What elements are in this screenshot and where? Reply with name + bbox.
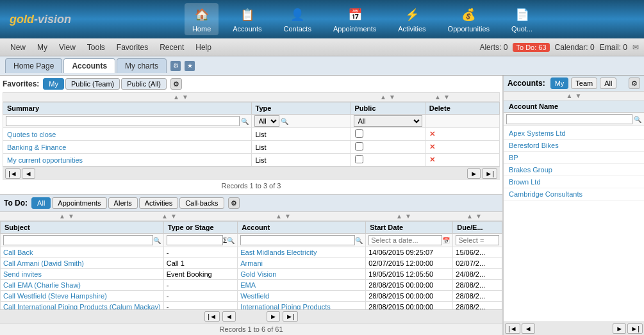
todo-due-filter[interactable] bbox=[456, 235, 499, 245]
todo-row-6-account[interactable]: International Piping Products bbox=[240, 303, 331, 309]
acc-item-6[interactable]: Cambridge Consultants bbox=[504, 188, 644, 200]
todo-account-filter[interactable] bbox=[240, 235, 355, 245]
fav-col-down-arrow[interactable]: ▼ bbox=[182, 94, 188, 101]
todo-row-3-account[interactable]: Gold Vision bbox=[240, 270, 276, 278]
tab-options-icon[interactable]: ★ bbox=[185, 61, 195, 71]
todo-due-down[interactable]: ▼ bbox=[475, 213, 482, 220]
fav-prev-btn[interactable]: ◄ bbox=[22, 168, 35, 179]
todo-row-6-subject[interactable]: Call International Piping Products (Calu… bbox=[3, 303, 161, 309]
todo-date-up[interactable]: ▲ bbox=[396, 213, 402, 220]
acc-tab-my[interactable]: My bbox=[550, 78, 569, 89]
todo-row-5-account[interactable]: Westfield bbox=[240, 292, 269, 300]
nav-activities[interactable]: ⚡ Activities bbox=[390, 3, 433, 35]
fav-tab-public-team[interactable]: Public (Team) bbox=[65, 78, 120, 90]
nav-accounts[interactable]: 📋 Accounts bbox=[225, 3, 269, 35]
todo-type-search-icon[interactable]: 🔍 bbox=[227, 237, 235, 244]
todo-prev-btn[interactable]: ◄ bbox=[222, 311, 236, 322]
alerts-link[interactable]: Alerts: 0 bbox=[479, 43, 508, 52]
todo-next-btn[interactable]: ► bbox=[267, 311, 280, 322]
fav-row-1-public[interactable] bbox=[355, 129, 363, 138]
fav-row-2-public[interactable] bbox=[355, 142, 363, 151]
menu-new[interactable]: New bbox=[5, 41, 31, 54]
fav-row-2-delete[interactable]: ✕ bbox=[429, 143, 435, 151]
menu-tools[interactable]: Tools bbox=[82, 41, 110, 54]
fav-type-search-icon[interactable]: 🔍 bbox=[281, 118, 288, 125]
todo-account-search-icon[interactable]: 🔍 bbox=[355, 237, 363, 244]
menu-favorites[interactable]: Favorites bbox=[111, 41, 153, 54]
fav-type-filter[interactable]: All bbox=[254, 115, 279, 127]
acc-down-arrow[interactable]: ▼ bbox=[575, 92, 582, 99]
todo-row-5-subject[interactable]: Call Westfield (Steve Hampshire) bbox=[3, 292, 107, 300]
todo-first-btn[interactable]: |◄ bbox=[204, 311, 220, 322]
acc-item-2[interactable]: Beresford Bikes bbox=[504, 140, 644, 152]
menu-view[interactable]: View bbox=[54, 41, 81, 54]
acc-item-3[interactable]: BP bbox=[504, 152, 644, 164]
todo-subject-down[interactable]: ▼ bbox=[68, 213, 74, 220]
acc-prev-btn[interactable]: ◄ bbox=[522, 323, 535, 334]
tab-home-page[interactable]: Home Page bbox=[5, 58, 62, 73]
todo-badge[interactable]: To Do: 63 bbox=[513, 43, 549, 52]
todo-type-up[interactable]: ▲ bbox=[161, 213, 168, 220]
todo-row-4-account[interactable]: EMA bbox=[240, 281, 256, 289]
fav-next-btn[interactable]: ► bbox=[467, 168, 481, 179]
acc-search-icon[interactable]: 🔍 bbox=[634, 116, 641, 123]
tab-settings-icon[interactable]: ⚙ bbox=[170, 61, 181, 71]
acc-item-5[interactable]: Brown Ltd bbox=[504, 176, 644, 188]
acc-tab-team[interactable]: Team bbox=[571, 78, 597, 89]
acc-next-btn[interactable]: ► bbox=[613, 323, 626, 334]
accounts-gear-icon[interactable]: ⚙ bbox=[629, 78, 640, 89]
todo-row-1-subject[interactable]: Call Back bbox=[3, 249, 33, 256]
acc-last-btn[interactable]: ►| bbox=[627, 323, 643, 334]
fav-row-3-summary[interactable]: My current opportunities bbox=[7, 156, 83, 164]
todo-account-up[interactable]: ▲ bbox=[276, 213, 282, 220]
acc-item-1[interactable]: Apex Systems Ltd bbox=[504, 127, 644, 140]
acc-first-btn[interactable]: |◄ bbox=[505, 323, 520, 334]
fav-row-3-delete[interactable]: ✕ bbox=[429, 156, 435, 163]
fav-summary-search-icon[interactable]: 🔍 bbox=[241, 118, 249, 125]
fav-row-1-summary[interactable]: Quotes to close bbox=[7, 131, 56, 138]
todo-row-4-subject[interactable]: Call EMA (Charlie Shaw) bbox=[3, 281, 81, 289]
menu-my[interactable]: My bbox=[32, 41, 53, 54]
todo-tab-activities[interactable]: Activities bbox=[139, 197, 178, 209]
acc-tab-all[interactable]: All bbox=[600, 78, 616, 89]
todo-tab-all[interactable]: All bbox=[31, 197, 51, 209]
calendar-link[interactable]: Calendar: 0 bbox=[555, 43, 595, 52]
todo-last-btn[interactable]: ►| bbox=[283, 311, 298, 322]
fav-public-up-arrow[interactable]: ▲ bbox=[434, 94, 441, 101]
todo-subject-up[interactable]: ▲ bbox=[59, 213, 65, 220]
nav-quot[interactable]: 📄 Quot... bbox=[504, 3, 540, 35]
nav-contacts[interactable]: 👤 Contacts bbox=[276, 3, 319, 35]
todo-row-1-account[interactable]: East Midlands Electricity bbox=[240, 249, 317, 256]
fav-last-btn[interactable]: ►| bbox=[482, 168, 497, 179]
acc-search-input[interactable] bbox=[506, 114, 632, 124]
todo-row-2-subject[interactable]: Call Armani (David Smith) bbox=[3, 259, 84, 267]
nav-home[interactable]: 🏠 Home bbox=[185, 3, 219, 35]
fav-tab-public-all[interactable]: Public (All) bbox=[121, 78, 167, 90]
todo-row-3-subject[interactable]: Send invites bbox=[3, 270, 42, 278]
fav-type-down-arrow[interactable]: ▼ bbox=[389, 94, 395, 101]
fav-row-3-public[interactable] bbox=[355, 155, 363, 163]
todo-tab-callbacks[interactable]: Call-backs bbox=[179, 197, 224, 209]
fav-summary-search[interactable] bbox=[6, 116, 240, 126]
nav-appointments[interactable]: 📅 Appointments bbox=[326, 3, 384, 35]
fav-col-up-arrow[interactable]: ▲ bbox=[173, 94, 179, 101]
nav-opportunities[interactable]: 💰 Opportunities bbox=[440, 3, 497, 35]
fav-public-filter[interactable]: All bbox=[354, 115, 422, 127]
tab-my-charts[interactable]: My charts bbox=[117, 58, 167, 73]
todo-date-calendar-icon[interactable]: 📅 bbox=[442, 237, 450, 244]
todo-row-2-account[interactable]: Armani bbox=[240, 259, 263, 267]
fav-first-btn[interactable]: |◄ bbox=[5, 168, 21, 179]
menu-recent[interactable]: Recent bbox=[154, 41, 189, 54]
acc-item-4[interactable]: Brakes Group bbox=[504, 164, 644, 176]
fav-type-up-arrow[interactable]: ▲ bbox=[380, 94, 386, 101]
todo-account-down[interactable]: ▼ bbox=[285, 213, 291, 220]
todo-gear-icon[interactable]: ⚙ bbox=[228, 197, 240, 209]
tab-accounts[interactable]: Accounts bbox=[63, 58, 115, 73]
todo-tab-appointments[interactable]: Appointments bbox=[52, 197, 106, 209]
menu-help[interactable]: Help bbox=[190, 41, 217, 54]
todo-type-filter[interactable] bbox=[167, 235, 223, 245]
todo-due-up[interactable]: ▲ bbox=[466, 213, 473, 220]
favorites-gear-icon[interactable]: ⚙ bbox=[170, 78, 182, 90]
fav-row-2-summary[interactable]: Banking & Finance bbox=[7, 143, 66, 151]
todo-type-down[interactable]: ▼ bbox=[170, 213, 177, 220]
